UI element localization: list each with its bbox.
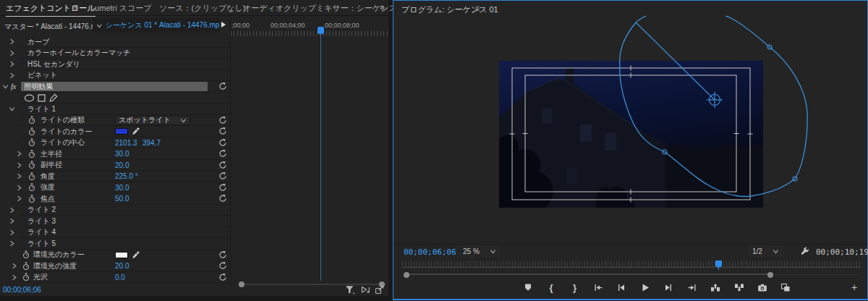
param-value[interactable]: 30.0 xyxy=(115,184,129,192)
program-playhead[interactable] xyxy=(715,260,722,267)
tab-effect-controls[interactable]: エフェクトコントロール xyxy=(6,3,95,17)
light-type-select[interactable]: スポットライト xyxy=(115,116,190,125)
play-audio-icon[interactable] xyxy=(361,285,371,294)
stopwatch-icon[interactable] xyxy=(22,262,30,271)
extract-button[interactable] xyxy=(733,282,744,292)
chevron-right-icon[interactable] xyxy=(9,72,15,79)
button-editor-plus[interactable]: + xyxy=(851,281,857,293)
reset-param-button[interactable] xyxy=(218,171,229,181)
master-clip-label[interactable]: マスター * Alacati - 14476.mp4 xyxy=(4,22,105,32)
tab-lumetri-scopes[interactable]: Lumetri スコープ xyxy=(90,3,152,14)
export-icon[interactable] xyxy=(375,285,385,294)
panel-menu-icon[interactable]: ≡ xyxy=(475,4,480,14)
param-value-x[interactable]: 2101.3 xyxy=(115,139,137,147)
go-to-in-button[interactable] xyxy=(592,282,603,292)
chevron-right-icon[interactable] xyxy=(16,173,22,179)
param-value-y[interactable]: 394.7 xyxy=(142,139,161,147)
program-timecode[interactable]: 00;00;06;06 xyxy=(404,247,456,257)
scrollbar-handle-right[interactable] xyxy=(767,272,773,278)
chevron-right-icon[interactable] xyxy=(16,185,22,191)
current-timecode[interactable]: 00;00;06;06 xyxy=(3,286,41,294)
fx-badge-icon[interactable]: fx xyxy=(11,82,16,90)
chevron-down-icon[interactable] xyxy=(2,83,9,90)
effect-row-color-wheels[interactable]: カラーホイールとカラーマッチ xyxy=(0,48,230,59)
mark-in-button[interactable]: { xyxy=(545,282,556,292)
add-marker-button[interactable] xyxy=(522,282,533,292)
stopwatch-icon[interactable] xyxy=(28,195,35,203)
light-3-group-row[interactable]: ライト 3 xyxy=(0,216,230,227)
chevron-right-icon[interactable] xyxy=(16,150,22,157)
param-value[interactable]: 20.0 xyxy=(115,161,129,169)
program-scrub-bar[interactable] xyxy=(402,260,861,270)
play-button[interactable] xyxy=(639,282,650,292)
reset-param-button[interactable] xyxy=(218,183,229,192)
light-color-swatch[interactable] xyxy=(115,128,128,135)
reset-param-button[interactable] xyxy=(218,149,229,158)
chevron-right-icon[interactable] xyxy=(9,229,15,236)
playback-resolution-select[interactable]: 1/2 xyxy=(748,246,783,257)
light-5-group-row[interactable]: ライト 5 xyxy=(0,238,230,250)
zoom-level-select[interactable]: 25 % xyxy=(459,246,501,257)
stopwatch-icon[interactable] xyxy=(28,150,35,158)
stopwatch-icon[interactable] xyxy=(28,172,35,181)
rect-mask-button[interactable] xyxy=(38,94,46,102)
chevron-right-icon[interactable] xyxy=(16,195,22,202)
light-1-group-row[interactable]: ライト 1 xyxy=(0,103,230,115)
chevron-right-icon[interactable] xyxy=(11,263,17,269)
stopwatch-icon[interactable] xyxy=(28,127,35,136)
timeline-ruler[interactable] xyxy=(231,31,388,36)
ambient-color-swatch[interactable] xyxy=(115,252,128,258)
reset-param-button[interactable] xyxy=(218,127,229,136)
chevron-right-icon[interactable] xyxy=(9,207,15,213)
ellipse-mask-button[interactable] xyxy=(24,94,35,102)
reset-param-button[interactable] xyxy=(218,261,229,271)
effect-row-hsl-secondary[interactable]: HSL セカンダリ xyxy=(0,59,230,70)
effect-row-lighting-effects-selected[interactable]: fx 照明効果 xyxy=(0,81,230,93)
chevron-right-icon[interactable] xyxy=(9,50,15,56)
param-value[interactable]: 50.0 xyxy=(115,195,129,203)
effect-row-vignette[interactable]: ビネット xyxy=(0,70,230,82)
tab-source[interactable]: ソース：(クリップなし) xyxy=(159,3,245,14)
pen-mask-button[interactable] xyxy=(49,93,58,102)
chevron-right-icon[interactable] xyxy=(9,218,15,224)
stopwatch-icon[interactable] xyxy=(22,250,30,259)
chevron-down-icon[interactable] xyxy=(9,106,15,112)
chevron-right-icon[interactable] xyxy=(16,162,22,169)
go-to-out-button[interactable] xyxy=(686,282,697,292)
mark-out-button[interactable]: } xyxy=(569,282,580,292)
eyedropper-icon[interactable] xyxy=(132,127,140,135)
effect-row-curves[interactable]: カーブ xyxy=(0,36,230,48)
lift-button[interactable] xyxy=(710,282,721,292)
stopwatch-icon[interactable] xyxy=(22,273,30,281)
program-zoom-scrollbar[interactable] xyxy=(402,271,861,278)
step-back-button[interactable] xyxy=(616,282,627,292)
panel-menu-icon[interactable]: ≡ xyxy=(73,2,78,12)
sequence-clip-dropdown[interactable]: シーケンス 01 * Alacati - 14476.mp4 xyxy=(93,18,220,33)
eyedropper-icon[interactable] xyxy=(132,251,140,259)
stopwatch-icon[interactable] xyxy=(28,183,35,192)
comparison-view-button[interactable] xyxy=(780,282,791,292)
toggle-timeline-view-button[interactable] xyxy=(221,22,226,27)
param-value[interactable]: 30.0 xyxy=(115,150,129,158)
stopwatch-icon[interactable] xyxy=(28,138,35,147)
reset-param-button[interactable] xyxy=(218,161,229,170)
chevron-right-icon[interactable] xyxy=(11,274,17,281)
param-value[interactable]: 0.0 xyxy=(115,274,125,281)
reset-param-button[interactable] xyxy=(218,194,229,203)
reset-effect-button[interactable] xyxy=(218,82,229,91)
reset-param-button[interactable] xyxy=(218,116,229,125)
light-4-group-row[interactable]: ライト 4 xyxy=(0,227,230,239)
settings-wrench-icon[interactable] xyxy=(800,247,809,256)
export-frame-button[interactable] xyxy=(757,282,768,292)
step-forward-button[interactable] xyxy=(663,282,674,292)
stopwatch-icon[interactable] xyxy=(28,116,35,124)
tab-overflow-icon[interactable]: » xyxy=(380,2,384,12)
param-value[interactable]: 225.0 ° xyxy=(115,172,138,180)
scrollbar-thumb[interactable] xyxy=(406,274,769,275)
reset-param-button[interactable] xyxy=(218,273,229,282)
scrollbar-handle-left[interactable] xyxy=(404,272,409,278)
chevron-right-icon[interactable] xyxy=(9,38,15,45)
filter-properties-icon[interactable] xyxy=(345,285,355,294)
param-value[interactable]: 20.0 xyxy=(115,262,129,270)
reset-param-button[interactable] xyxy=(218,250,229,260)
